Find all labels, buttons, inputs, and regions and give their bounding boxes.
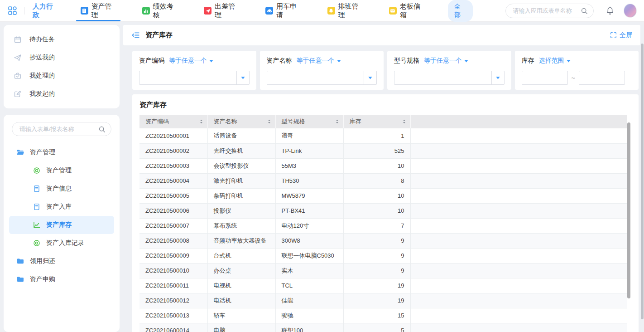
app-search-input[interactable] (513, 7, 586, 14)
table-row[interactable]: ZC20210500008音频功率放大器设备300W89 (139, 233, 627, 248)
app-grid-icon[interactable] (7, 5, 18, 16)
nav-tab-4[interactable]: 用车申请 (263, 0, 303, 21)
cell-asset-code: ZC20210500004 (139, 173, 207, 188)
cell-asset-code: ZC20210500003 (139, 158, 207, 173)
cell-asset-name: 幕布系统 (207, 218, 275, 233)
all-apps-button[interactable]: 全部 (448, 0, 473, 22)
fullscreen-button[interactable]: 全屏 (610, 31, 632, 39)
cell-model-spec: 联想100 (275, 323, 343, 332)
quick-item-3[interactable]: 我处理的 (4, 67, 120, 85)
table-row[interactable]: ZC20210500004激光打印机TH5308 (139, 173, 627, 188)
table-row[interactable]: ZC20210500011电视机TCL19 (139, 278, 627, 293)
cell-model-spec: PT-BX41 (275, 203, 343, 218)
cell-model-spec: 实木 (275, 263, 343, 278)
select-arrow-icon[interactable] (491, 71, 504, 84)
main-panel: 资产库存 全屏 资产编码等于任意一个资产名称等于任意一个型号规格等于任意一个库存… (123, 25, 640, 332)
page-scrollbar[interactable] (641, 44, 644, 319)
sort-icon[interactable] (267, 118, 272, 125)
sort-icon[interactable] (402, 118, 407, 125)
filter-select[interactable] (394, 71, 505, 85)
tree-item-label: 资产管理 (30, 148, 55, 156)
table-row[interactable]: ZC20210500006投影仪PT-BX4110 (139, 203, 627, 218)
nav-tab-5[interactable]: 排班管理 (325, 0, 365, 21)
cell-stock: 10 (343, 188, 410, 203)
table-row[interactable]: ZC20210600014电脑联想1005 (139, 323, 627, 332)
quick-item-4[interactable]: 我发起的 (4, 85, 120, 103)
file-icon (33, 203, 41, 211)
tree-item-3[interactable]: 资产信息 (9, 180, 114, 198)
search-icon[interactable] (98, 126, 106, 134)
user-avatar[interactable] (624, 4, 637, 18)
form-search-input[interactable] (19, 126, 96, 132)
table-row[interactable]: ZC20210500003会议型投影仪55M310 (139, 158, 627, 173)
cell-empty (410, 218, 627, 233)
tree-item-4[interactable]: 资产入库 (9, 198, 114, 216)
sort-icon[interactable] (199, 118, 204, 125)
notification-bell-icon[interactable] (606, 6, 615, 15)
table-row[interactable]: ZC20210500007幕布系统电动120寸7 (139, 218, 627, 233)
table-row[interactable]: ZC20210500001话筒设备谱奇1 (139, 128, 627, 143)
filter-head: 库存选择范围 (522, 57, 632, 65)
cell-stock: 9 (343, 263, 410, 278)
table-row[interactable]: ZC20210500012电话机佳能19 (139, 293, 627, 308)
table-row[interactable]: ZC20210500013轿车骏驰15 (139, 308, 627, 323)
filter-select[interactable] (267, 71, 377, 85)
cell-asset-name: 办公桌 (207, 263, 275, 278)
filter-select[interactable] (139, 71, 250, 85)
nav-tab-6[interactable]: 老板信箱 (386, 0, 427, 21)
range-max-input[interactable] (579, 71, 625, 85)
select-arrow-icon[interactable] (364, 71, 376, 84)
app-search (505, 4, 594, 18)
caret-down-icon (336, 59, 341, 63)
nav-tab-2[interactable]: 绩效考核 (139, 0, 180, 21)
nav-tab-label: 出差管理 (215, 2, 239, 20)
quick-item-2[interactable]: 抄送我的 (4, 49, 120, 67)
cell-model-spec: TP-Link (275, 143, 343, 158)
cell-model-spec: 联想一体电脑C5030 (275, 248, 343, 263)
quick-item-1[interactable]: 待办任务 (4, 30, 120, 49)
cell-empty (410, 308, 627, 323)
table-row[interactable]: ZC20210500010办公桌实木9 (139, 263, 627, 278)
menu-fold-icon[interactable] (131, 31, 140, 39)
cell-model-spec: 电动120寸 (275, 218, 343, 233)
column-label: 资产名称 (214, 117, 237, 126)
tree-item-5[interactable]: 资产库存 (9, 216, 114, 234)
nav-tab-3[interactable]: 出差管理 (201, 0, 242, 21)
table-row[interactable]: ZC20210500002光纤交换机TP-Link525 (139, 143, 627, 158)
cell-asset-name: 光纤交换机 (207, 143, 275, 158)
tree-item-2[interactable]: 资产管理 (9, 161, 114, 180)
filter-operator-dropdown[interactable]: 等于任意一个 (424, 57, 469, 65)
table-row[interactable]: ZC20210500009台式机联想一体电脑C50309 (139, 248, 627, 263)
sort-icon[interactable] (335, 118, 340, 125)
cell-empty (410, 263, 627, 278)
cell-empty (410, 158, 627, 173)
workspace-label[interactable]: 人力行政 (33, 2, 59, 20)
tree-item-8[interactable]: 资产申购 (9, 270, 114, 288)
nav-tab-label: 用车申请 (276, 2, 301, 20)
range-min-input[interactable] (522, 71, 568, 85)
cell-asset-name: 电脑 (207, 323, 275, 332)
nav-divider (24, 7, 24, 15)
column-label: 资产编码 (145, 117, 169, 126)
tree-item-1[interactable]: 资产管理 (9, 143, 114, 161)
folder-open-icon (16, 148, 24, 156)
select-arrow-icon[interactable] (236, 71, 249, 84)
cell-model-spec: 300W8 (275, 233, 343, 248)
cell-stock: 10 (343, 203, 410, 218)
filter-operator-dropdown[interactable]: 选择范围 (539, 57, 571, 65)
tree-item-label: 资产管理 (46, 166, 72, 175)
filter-card-3: 型号规格等于任意一个 (387, 51, 511, 90)
table-scrollbar[interactable] (627, 122, 630, 298)
cell-empty (410, 233, 627, 248)
tree-item-6[interactable]: 资产入库记录 (9, 234, 114, 252)
cell-asset-name: 轿车 (207, 308, 275, 323)
form-search (12, 122, 111, 136)
cell-asset-code: ZC20210500007 (139, 218, 207, 233)
cell-empty (410, 143, 627, 158)
filter-operator-dropdown[interactable]: 等于任意一个 (297, 57, 341, 65)
tree-item-7[interactable]: 领用归还 (9, 252, 114, 270)
search-icon[interactable] (581, 7, 588, 16)
filter-operator-dropdown[interactable]: 等于任意一个 (169, 57, 214, 65)
table-row[interactable]: ZC20210500005条码打印机MW587910 (139, 188, 627, 203)
nav-tab-1[interactable]: 资产管理 (78, 0, 119, 21)
